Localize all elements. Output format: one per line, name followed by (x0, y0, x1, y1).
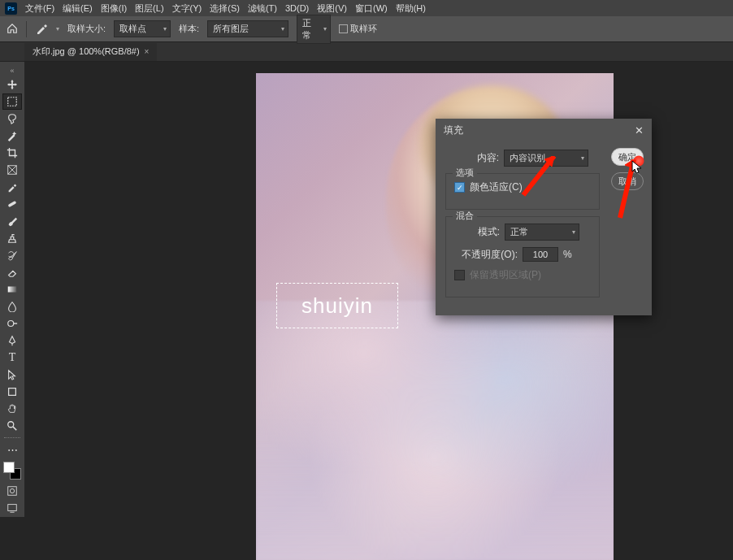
menu-select[interactable]: 选择(S) (210, 2, 240, 15)
collapse-icon[interactable]: « (2, 65, 22, 76)
sample-select[interactable]: 所有图层 (207, 20, 288, 37)
svg-rect-11 (8, 487, 17, 496)
close-icon[interactable]: × (145, 47, 150, 56)
screen-mode-tool[interactable] (2, 500, 22, 516)
crop-tool[interactable] (2, 145, 22, 161)
dialog-titlebar[interactable]: 填充 ✕ (436, 119, 652, 141)
opacity-input[interactable] (523, 247, 558, 262)
move-tool[interactable] (2, 76, 22, 93)
color-adapt-checkbox[interactable]: ✓ (454, 182, 465, 193)
cancel-label: 取消 (618, 176, 636, 188)
sample-size-select[interactable]: 取样点 (114, 20, 171, 37)
menu-help[interactable]: 帮助(H) (396, 2, 426, 15)
options-group-title: 选项 (453, 167, 477, 179)
menu-bar: Ps 文件(F) 编辑(E) 图像(I) 图层(L) 文字(Y) 选择(S) 滤… (0, 0, 733, 16)
history-brush-tool[interactable] (2, 247, 22, 263)
content-label: 内容: (453, 151, 499, 165)
hand-tool[interactable] (2, 401, 22, 417)
preserve-transparency-checkbox (454, 270, 465, 280)
tool-preset-chevron-icon[interactable]: ▾ (56, 25, 59, 33)
marquee-tool[interactable] (2, 93, 22, 110)
mode-select[interactable]: 正常 (297, 15, 331, 44)
magic-wand-tool[interactable] (2, 128, 22, 144)
ps-logo-icon: Ps (5, 2, 17, 15)
menu-filter[interactable]: 滤镜(T) (248, 2, 277, 15)
svg-point-12 (10, 488, 14, 493)
path-select-tool[interactable] (2, 367, 22, 383)
menu-layer[interactable]: 图层(L) (135, 2, 163, 15)
shape-tool[interactable] (2, 384, 22, 400)
clone-stamp-tool[interactable] (2, 230, 22, 246)
svg-rect-0 (8, 98, 17, 106)
menu-type[interactable]: 文字(Y) (172, 2, 202, 15)
pen-tool[interactable] (2, 332, 22, 349)
cancel-button[interactable]: 取消 (611, 172, 644, 190)
sampling-ring-checkbox[interactable] (339, 24, 348, 33)
dialog-title: 填充 (444, 124, 463, 137)
foreground-color[interactable] (3, 462, 15, 473)
type-tool[interactable]: T (2, 349, 22, 366)
preserve-transparency-label: 保留透明区域(P) (470, 268, 541, 282)
spot-heal-tool[interactable] (2, 196, 22, 212)
svg-point-9 (8, 422, 14, 428)
sample-size-label: 取样大小: (67, 23, 106, 35)
eyedropper-tool[interactable] (2, 179, 22, 195)
eraser-tool[interactable] (2, 264, 22, 280)
selection-marquee[interactable]: shuiyin (276, 283, 398, 328)
mode-label: 模式: (454, 225, 500, 239)
svg-rect-5 (8, 287, 17, 293)
svg-point-6 (8, 321, 14, 327)
opacity-unit: % (563, 249, 572, 260)
sampling-ring-label: 取样环 (350, 23, 377, 35)
brush-tool[interactable] (2, 213, 22, 229)
watermark-text: shuiyin (277, 284, 397, 328)
gradient-tool[interactable] (2, 281, 22, 297)
blur-tool[interactable] (2, 298, 22, 315)
options-bar: ▾ 取样大小: 取样点 样本: 所有图层 正常 取样环 (0, 16, 733, 42)
color-adapt-label: 颜色适应(C) (470, 180, 523, 194)
svg-rect-4 (8, 201, 17, 207)
document-tab[interactable]: 水印.jpg @ 100%(RGB/8#) × (24, 43, 157, 61)
zoom-tool[interactable] (2, 418, 22, 434)
menu-window[interactable]: 窗口(W) (355, 2, 388, 15)
frame-tool[interactable] (2, 162, 22, 178)
menu-view[interactable]: 视图(V) (317, 2, 347, 15)
edit-toolbar-icon[interactable]: ⋯ (2, 441, 22, 458)
close-icon[interactable]: ✕ (635, 124, 644, 137)
ok-button[interactable]: 确定 (611, 148, 644, 166)
svg-rect-13 (8, 505, 17, 511)
divider (26, 21, 27, 37)
dodge-tool[interactable] (2, 315, 22, 332)
tool-palette: « T ⋯ (0, 62, 24, 517)
opacity-label: 不透明度(O): (454, 248, 518, 262)
color-swatches[interactable] (3, 462, 21, 480)
mode-select[interactable]: 正常 (505, 224, 579, 241)
home-icon[interactable] (7, 23, 18, 36)
lasso-tool[interactable] (2, 111, 22, 127)
fill-dialog: 填充 ✕ 确定 取消 内容: 内容识别 选项 ✓ 颜色适应(C) 混合 (436, 119, 652, 315)
quick-mask-tool[interactable] (2, 483, 22, 499)
document-tab-bar: 水印.jpg @ 100%(RGB/8#) × (0, 42, 733, 62)
svg-line-10 (13, 427, 16, 430)
tab-title: 水印.jpg @ 100%(RGB/8#) (33, 46, 140, 58)
sample-label: 样本: (179, 23, 199, 35)
menu-edit[interactable]: 编辑(E) (63, 2, 93, 15)
menu-file[interactable]: 文件(F) (25, 2, 54, 15)
content-select[interactable]: 内容识别 (504, 150, 588, 167)
menu-3d[interactable]: 3D(D) (285, 3, 309, 13)
svg-rect-8 (9, 389, 16, 396)
menu-image[interactable]: 图像(I) (101, 2, 127, 15)
tutorial-highlight-icon (633, 155, 644, 167)
blend-group-title: 混合 (453, 210, 477, 222)
eyedropper-icon[interactable] (35, 22, 48, 37)
separator (4, 437, 20, 439)
